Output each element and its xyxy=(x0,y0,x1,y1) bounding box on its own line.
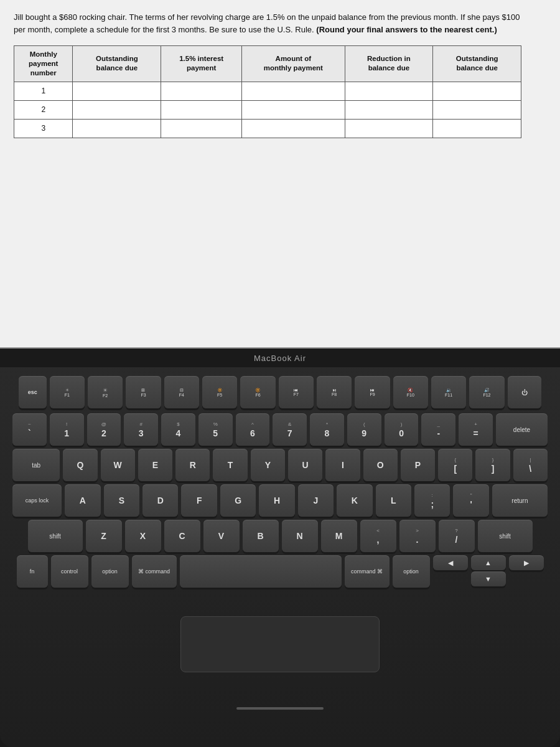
key-comma[interactable]: <, xyxy=(360,520,396,552)
key-f[interactable]: F xyxy=(181,484,217,517)
key-t[interactable]: T xyxy=(213,449,247,481)
key-b[interactable]: B xyxy=(243,520,279,552)
key-k[interactable]: K xyxy=(337,484,372,517)
key-0[interactable]: )0 xyxy=(385,413,419,446)
trackpad[interactable] xyxy=(180,616,380,672)
key-option-left[interactable]: option xyxy=(91,555,129,588)
key-7[interactable]: &7 xyxy=(273,413,307,446)
key-2[interactable]: @2 xyxy=(87,413,121,446)
key-option-right[interactable]: option xyxy=(393,555,430,588)
key-m[interactable]: M xyxy=(321,520,357,552)
key-return[interactable]: return xyxy=(492,484,548,517)
key-arrow-right[interactable]: ▶ xyxy=(509,555,544,570)
key-n[interactable]: N xyxy=(282,520,318,552)
key-4[interactable]: $4 xyxy=(161,413,195,446)
key-f10[interactable]: 🔇F10 xyxy=(393,376,428,408)
key-f12[interactable]: 🔊F12 xyxy=(469,376,504,408)
row2-interest[interactable] xyxy=(161,100,242,119)
key-f1[interactable]: ☀F1 xyxy=(50,376,85,408)
key-c[interactable]: C xyxy=(164,520,200,552)
key-y[interactable]: Y xyxy=(251,449,285,481)
key-command-left[interactable]: ⌘ command xyxy=(132,555,177,588)
key-arrow-left[interactable]: ◀ xyxy=(433,555,468,570)
key-semicolon[interactable]: :; xyxy=(414,484,450,517)
key-s[interactable]: S xyxy=(104,484,139,517)
row1-amount[interactable] xyxy=(242,82,345,100)
key-backslash[interactable]: |\ xyxy=(513,449,548,481)
key-f8[interactable]: ⏯F8 xyxy=(317,376,352,408)
key-x[interactable]: X xyxy=(125,520,161,552)
key-9[interactable]: (9 xyxy=(347,413,381,446)
key-space[interactable] xyxy=(180,555,342,588)
key-l[interactable]: L xyxy=(376,484,411,517)
key-command-right[interactable]: command ⌘ xyxy=(345,555,390,588)
row1-reduction[interactable] xyxy=(345,82,433,100)
key-o[interactable]: O xyxy=(363,449,398,481)
key-minus[interactable]: _- xyxy=(421,413,455,446)
row2-outstanding2[interactable] xyxy=(433,100,521,119)
key-control[interactable]: control xyxy=(51,555,88,588)
key-arrow-up[interactable]: ▲ xyxy=(471,555,506,570)
key-delete[interactable]: delete xyxy=(496,413,548,446)
key-j[interactable]: J xyxy=(298,484,334,517)
key-tab[interactable]: tab xyxy=(12,449,60,481)
key-period[interactable]: >. xyxy=(399,520,436,552)
keyboard: esc ☀F1 ☀F2 ⊞F3 ⊟F4 🔅F5 🔆F6 ⏮F7 ⏯F8 ⏭F9 … xyxy=(0,367,560,747)
key-shift-left[interactable]: shift xyxy=(28,520,83,552)
key-q[interactable]: Q xyxy=(63,449,97,481)
key-1[interactable]: !1 xyxy=(50,413,84,446)
key-f3[interactable]: ⊞F3 xyxy=(126,376,161,408)
table-wrapper: Monthlypaymentnumber Outstandingbalance … xyxy=(14,45,521,138)
key-u[interactable]: U xyxy=(288,449,322,481)
row1-interest[interactable] xyxy=(161,82,242,100)
key-z[interactable]: Z xyxy=(86,520,122,552)
key-f9[interactable]: ⏭F9 xyxy=(355,376,390,408)
key-fn[interactable]: fn xyxy=(17,555,48,588)
key-power[interactable]: ⏻ xyxy=(508,376,541,408)
key-slash[interactable]: ?/ xyxy=(439,520,475,552)
row3-outstanding2[interactable] xyxy=(433,119,521,138)
key-esc[interactable]: esc xyxy=(19,376,47,408)
key-6[interactable]: ^6 xyxy=(236,413,270,446)
key-equals[interactable]: += xyxy=(459,413,493,446)
table-row: 1 xyxy=(14,82,521,100)
row1-outstanding2[interactable] xyxy=(433,82,521,100)
key-w[interactable]: W xyxy=(101,449,135,481)
key-8[interactable]: *8 xyxy=(310,413,344,446)
key-r[interactable]: R xyxy=(175,449,210,481)
key-f2[interactable]: ☀F2 xyxy=(88,376,123,408)
key-shift-right[interactable]: shift xyxy=(478,520,533,552)
key-f11[interactable]: 🔉F11 xyxy=(431,376,466,408)
key-v[interactable]: V xyxy=(203,520,240,552)
key-backtick[interactable]: ~` xyxy=(12,413,47,446)
key-a[interactable]: A xyxy=(65,484,100,517)
key-i[interactable]: I xyxy=(325,449,360,481)
row2-outstanding1[interactable] xyxy=(73,100,161,119)
row1-outstanding1[interactable] xyxy=(73,82,161,100)
key-d[interactable]: D xyxy=(142,484,178,517)
schedule-table: Monthlypaymentnumber Outstandingbalance … xyxy=(14,45,521,138)
key-arrow-down[interactable]: ▼ xyxy=(471,571,506,586)
row2-reduction[interactable] xyxy=(345,100,433,119)
key-5[interactable]: %5 xyxy=(198,413,233,446)
key-f4[interactable]: ⊟F4 xyxy=(164,376,199,408)
key-p[interactable]: P xyxy=(401,449,435,481)
key-f5[interactable]: 🔅F5 xyxy=(202,376,237,408)
col-header-outstanding1: Outstandingbalance due xyxy=(73,46,161,82)
key-f6[interactable]: 🔆F6 xyxy=(240,376,275,408)
key-e[interactable]: E xyxy=(138,449,172,481)
row-qwerty: tab Q W E R T Y U I O P {[ }] |\ xyxy=(12,449,548,481)
key-bracket-open[interactable]: {[ xyxy=(438,449,472,481)
key-g[interactable]: G xyxy=(220,484,256,517)
row3-reduction[interactable] xyxy=(345,119,433,138)
key-quote[interactable]: "' xyxy=(453,484,488,517)
key-3[interactable]: #3 xyxy=(124,413,158,446)
key-caps-lock[interactable]: caps lock xyxy=(12,484,62,517)
row3-outstanding1[interactable] xyxy=(73,119,161,138)
key-h[interactable]: H xyxy=(259,484,294,517)
key-f7[interactable]: ⏮F7 xyxy=(279,376,314,408)
row3-interest[interactable] xyxy=(161,119,242,138)
key-bracket-close[interactable]: }] xyxy=(475,449,510,481)
row2-amount[interactable] xyxy=(242,100,345,119)
row3-amount[interactable] xyxy=(242,119,345,138)
